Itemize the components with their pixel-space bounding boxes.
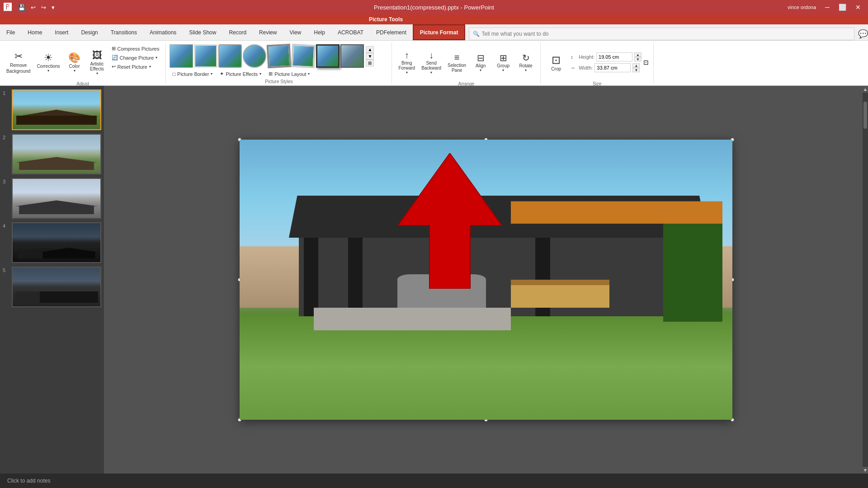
size-inputs: ↕ Height: ▲ ▼ ↔ Width: ▲ ▼: [571, 52, 642, 72]
size-dialog-launcher[interactable]: ⊡: [642, 58, 650, 67]
color-button[interactable]: 🎨 Color ▾: [64, 44, 85, 80]
slide-thumbnail-4[interactable]: 4: [3, 222, 101, 263]
title-bar: 🅿 💾 ↩ ↪ ▾ Presentation1(compressed).pptx…: [0, 0, 868, 14]
picture-style-1[interactable]: [170, 44, 193, 68]
title-bar-right: vince ordona ─ ⬜ ✕: [788, 2, 864, 13]
picture-style-6[interactable]: [291, 44, 316, 69]
tab-acrobat[interactable]: ACROBAT: [331, 24, 370, 40]
slide-image-3[interactable]: [12, 178, 101, 219]
group-button[interactable]: ⊞ Group ▾: [492, 44, 514, 80]
picture-style-8[interactable]: [340, 44, 364, 68]
redo-quick-button[interactable]: ↪: [39, 3, 48, 12]
minimize-button[interactable]: ─: [821, 2, 833, 13]
send-backward-label: SendBackward: [421, 61, 441, 70]
picture-style-3[interactable]: [218, 44, 242, 68]
reset-picture-button[interactable]: ↩ Reset Picture ▾: [109, 62, 162, 71]
height-up-button[interactable]: ▲: [634, 52, 642, 57]
styles-expand-button[interactable]: ⊞: [366, 60, 374, 66]
scroll-thumb[interactable]: [863, 102, 867, 129]
tab-view[interactable]: View: [283, 24, 307, 40]
height-icon: ↕: [571, 54, 577, 60]
arrange-group-items: ↑ BringForward ▾ ↓ SendBackward ▾ ≡ Sele…: [396, 44, 537, 80]
tab-home[interactable]: Home: [21, 24, 48, 40]
close-button[interactable]: ✕: [852, 2, 864, 13]
slide-canvas[interactable]: [240, 140, 732, 420]
picture-styles-row: ▲ ▼ ⊞: [170, 44, 388, 68]
width-input[interactable]: [594, 63, 631, 72]
remove-background-button[interactable]: ✂ RemoveBackground: [4, 44, 33, 80]
notes-placeholder[interactable]: Click to add notes: [7, 478, 50, 484]
undo-quick-button[interactable]: ↩: [29, 3, 38, 12]
tab-transitions[interactable]: Transitions: [104, 24, 143, 40]
rotate-label: Rotate: [519, 63, 532, 68]
ribbon-group-adjust: ✂ RemoveBackground ☀ Corrections ▾ 🎨 Col…: [0, 42, 166, 84]
adjust-right-buttons: ⊞ Compress Pictures 🔄 Change Picture ▾ ↩…: [109, 44, 162, 71]
picture-border-button[interactable]: □ Picture Border ▾: [170, 70, 215, 78]
search-bar[interactable]: 🔍: [469, 28, 854, 40]
picture-style-2[interactable]: [194, 44, 217, 68]
picture-layout-dropdown-icon: ▾: [308, 72, 310, 76]
slide-thumbnail-3[interactable]: 3: [3, 178, 101, 219]
tab-file[interactable]: File: [0, 24, 21, 40]
width-up-button[interactable]: ▲: [632, 63, 640, 68]
tab-design[interactable]: Design: [75, 24, 104, 40]
comments-icon[interactable]: 💬: [858, 29, 868, 39]
change-dropdown-icon: ▾: [156, 56, 157, 60]
slide5-render: [13, 267, 100, 306]
width-down-button[interactable]: ▼: [632, 68, 640, 72]
picture-style-4[interactable]: [243, 44, 266, 68]
bring-forward-button[interactable]: ↑ BringForward ▾: [396, 44, 418, 80]
align-button[interactable]: ⊟ Align ▾: [470, 44, 491, 80]
picture-effects-button[interactable]: ✦ Picture Effects ▾: [217, 70, 264, 78]
picture-layout-button[interactable]: ⊞ Picture Layout ▾: [266, 70, 312, 78]
slide-thumbnail-5[interactable]: 5: [3, 267, 101, 307]
corrections-button[interactable]: ☀ Corrections ▾: [34, 44, 62, 80]
slide-image-4[interactable]: [12, 222, 101, 263]
color-icon: 🎨: [68, 52, 80, 64]
height-down-button[interactable]: ▼: [634, 57, 642, 61]
slide-image-2[interactable]: [12, 134, 101, 174]
compress-pictures-button[interactable]: ⊞ Compress Pictures: [109, 44, 162, 53]
right-greenery: [663, 224, 722, 322]
tab-insert[interactable]: Insert: [48, 24, 75, 40]
height-spinner[interactable]: ▲ ▼: [634, 52, 642, 61]
scroll-down-button[interactable]: ▼: [863, 467, 868, 474]
tab-slideshow[interactable]: Slide Show: [183, 24, 222, 40]
tab-record[interactable]: Record: [222, 24, 253, 40]
slide-image-1[interactable]: [12, 89, 101, 130]
slide-number-3: 3: [3, 178, 9, 184]
restore-button[interactable]: ⬜: [835, 2, 850, 13]
quick-access-toolbar: 🅿 💾 ↩ ↪ ▾: [4, 3, 57, 12]
tab-help[interactable]: Help: [307, 24, 331, 40]
width-spinner[interactable]: ▲ ▼: [632, 63, 640, 72]
customize-quick-button[interactable]: ▾: [50, 3, 57, 12]
selection-pane-button[interactable]: ≡ SelectionPane: [445, 44, 469, 80]
styles-up-button[interactable]: ▲: [366, 46, 374, 53]
tab-picture-format[interactable]: Picture Format: [413, 24, 466, 40]
styles-down-button[interactable]: ▼: [366, 53, 374, 60]
tab-pdfelement[interactable]: PDFelement: [370, 24, 413, 40]
picture-style-5[interactable]: [267, 44, 292, 69]
slide-thumbnail-1[interactable]: 1: [3, 89, 101, 130]
rotate-button[interactable]: ↻ Rotate ▾: [515, 44, 537, 80]
tab-review[interactable]: Review: [253, 24, 283, 40]
ribbon-group-size: ⊡ Crop ↕ Height: ▲ ▼ ↔ Width:: [541, 42, 654, 84]
change-picture-button[interactable]: 🔄 Change Picture ▾: [109, 53, 162, 62]
tab-animations[interactable]: Animations: [143, 24, 183, 40]
canvas-scrollbar[interactable]: ▲ ▼: [863, 86, 868, 474]
crop-button[interactable]: ⊡ Crop: [544, 44, 568, 80]
slide-thumbnail-2[interactable]: 2: [3, 134, 101, 174]
slide2-render: [13, 135, 100, 174]
bring-forward-label: BringForward: [398, 61, 415, 70]
picture-style-7[interactable]: [316, 44, 340, 68]
remove-background-label: RemoveBackground: [6, 62, 30, 74]
send-backward-button[interactable]: ↓ SendBackward ▾: [419, 44, 444, 80]
fence-top: [511, 280, 609, 285]
save-quick-button[interactable]: 💾: [16, 3, 27, 12]
scroll-up-button[interactable]: ▲: [863, 86, 868, 93]
width-label: Width:: [579, 65, 593, 70]
artistic-effects-button[interactable]: 🖼 ArtisticEffects ▾: [86, 44, 108, 80]
height-input[interactable]: [596, 52, 632, 61]
search-input[interactable]: [481, 31, 572, 37]
slide-image-5[interactable]: [12, 267, 101, 307]
